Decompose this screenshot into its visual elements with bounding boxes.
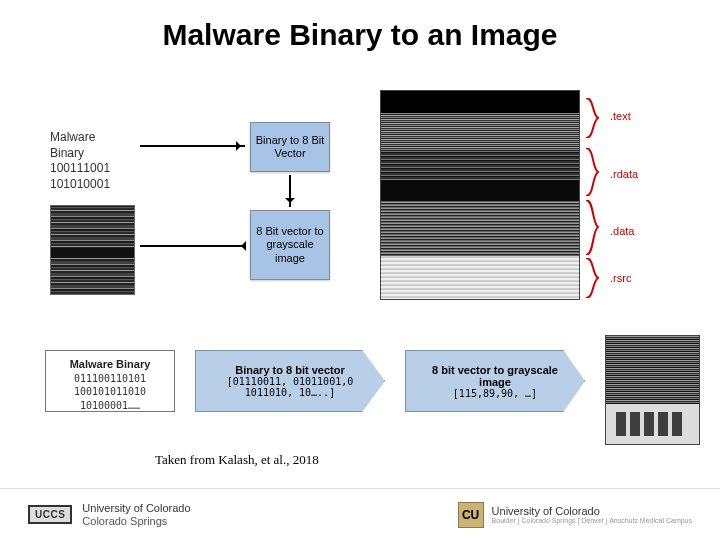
binary-digits-line: 100101011010	[54, 385, 166, 399]
uccs-badge-icon: UCCS	[28, 505, 72, 524]
malware-label-line1: Malware	[50, 130, 110, 146]
arrow-box-heading: Binary to 8 bit vector	[235, 364, 344, 376]
arrow-icon	[289, 175, 291, 207]
footer: UCCS University of Colorado Colorado Spr…	[0, 488, 720, 540]
brace-icon	[584, 258, 604, 298]
malware-visualization-large	[380, 90, 580, 300]
brace-icon	[584, 98, 604, 138]
box-8bit-to-grayscale: 8 Bit vector to grayscale image	[250, 210, 330, 280]
arrow-box-sub: [01110011, 01011001,0 1011010, 10…..]	[206, 376, 374, 398]
uccs-line1: University of Colorado	[82, 502, 190, 514]
slide-title: Malware Binary to an Image	[0, 18, 720, 52]
cu-line1: University of Colorado	[492, 505, 692, 517]
uccs-line2: Colorado Springs	[82, 515, 190, 527]
malware-binary-label: Malware Binary 100111001 101010001	[50, 130, 110, 192]
arrow-box-binary-to-vector: Binary to 8 bit vector [01110011, 010110…	[195, 350, 385, 412]
citation-text: Taken from Kalash, et al., 2018	[155, 452, 319, 468]
cu-logo-block: CU University of Colorado Boulder | Colo…	[458, 502, 692, 528]
arrow-box-sub: [115,89,90, …]	[453, 388, 537, 399]
arrow-icon	[140, 145, 245, 147]
cu-badge-icon: CU	[458, 502, 484, 528]
section-text: .text	[610, 110, 631, 122]
arrow-box-vector-to-image: 8 bit vector to grayscale image [115,89,…	[405, 350, 585, 412]
arrow-icon	[140, 245, 245, 247]
uccs-logo-block: UCCS University of Colorado Colorado Spr…	[28, 502, 191, 526]
brace-icon	[584, 200, 604, 255]
lower-flow: Malware Binary 011100110101 100101011010…	[45, 340, 695, 450]
brace-icon	[584, 148, 604, 196]
upper-diagram: Malware Binary 100111001 101010001 Binar…	[50, 90, 690, 320]
cu-line2: Boulder | Colorado Springs | Denver | An…	[492, 517, 692, 525]
box-binary-to-8bit: Binary to 8 Bit Vector	[250, 122, 330, 172]
section-data: .data	[610, 225, 634, 237]
section-rsrc: .rsrc	[610, 272, 631, 284]
malware-bits-line1: 100111001	[50, 161, 110, 177]
binary-digits-line: 011100110101	[54, 372, 166, 386]
arrow-box-heading: 8 bit vector to grayscale image	[416, 364, 574, 388]
section-rdata: .rdata	[610, 168, 638, 180]
malware-bits-line2: 101010001	[50, 177, 110, 193]
malware-binary-box: Malware Binary 011100110101 100101011010…	[45, 350, 175, 412]
grayscale-image-thumb	[50, 205, 135, 295]
binary-digits-line: 10100001……	[54, 399, 166, 413]
grayscale-output-thumb	[605, 335, 700, 445]
malware-binary-heading: Malware Binary	[54, 357, 166, 372]
malware-label-line2: Binary	[50, 146, 110, 162]
